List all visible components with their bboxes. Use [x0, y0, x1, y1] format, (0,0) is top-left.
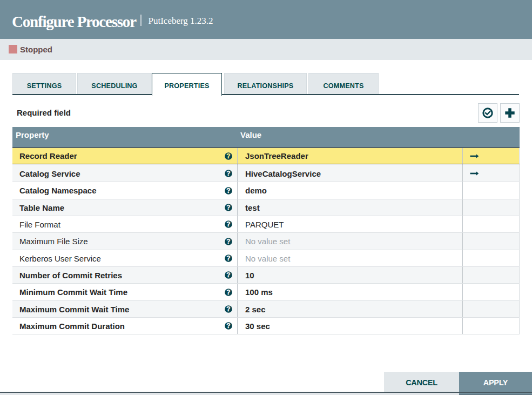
- svg-text:?: ?: [226, 271, 230, 279]
- svg-text:?: ?: [226, 187, 230, 195]
- svg-text:?: ?: [226, 220, 230, 228]
- svg-text:?: ?: [226, 238, 230, 245]
- svg-text:?: ?: [226, 204, 230, 211]
- svg-text:?: ?: [226, 170, 230, 177]
- svg-text:?: ?: [226, 322, 230, 330]
- svg-text:?: ?: [226, 255, 230, 262]
- svg-text:?: ?: [226, 305, 230, 313]
- svg-text:?: ?: [226, 289, 230, 296]
- svg-text:?: ?: [226, 152, 230, 160]
